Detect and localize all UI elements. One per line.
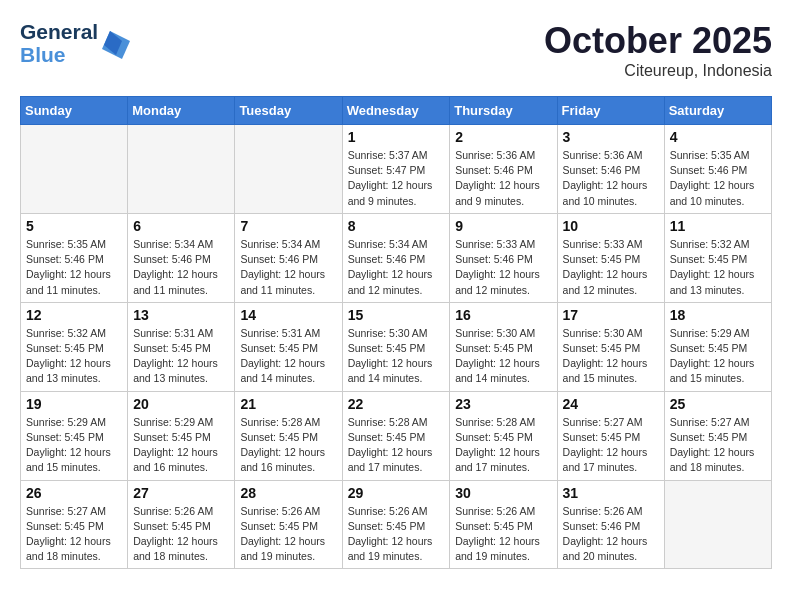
day-info: Sunrise: 5:34 AM Sunset: 5:46 PM Dayligh… — [133, 237, 229, 298]
day-info: Sunrise: 5:37 AM Sunset: 5:47 PM Dayligh… — [348, 148, 445, 209]
calendar-cell: 23Sunrise: 5:28 AM Sunset: 5:45 PM Dayli… — [450, 391, 557, 480]
day-number: 9 — [455, 218, 551, 234]
day-number: 22 — [348, 396, 445, 412]
day-number: 11 — [670, 218, 766, 234]
calendar-cell: 27Sunrise: 5:26 AM Sunset: 5:45 PM Dayli… — [128, 480, 235, 569]
day-info: Sunrise: 5:35 AM Sunset: 5:46 PM Dayligh… — [26, 237, 122, 298]
calendar-week-4: 19Sunrise: 5:29 AM Sunset: 5:45 PM Dayli… — [21, 391, 772, 480]
day-number: 15 — [348, 307, 445, 323]
day-number: 16 — [455, 307, 551, 323]
calendar-week-3: 12Sunrise: 5:32 AM Sunset: 5:45 PM Dayli… — [21, 302, 772, 391]
day-number: 7 — [240, 218, 336, 234]
calendar-cell: 7Sunrise: 5:34 AM Sunset: 5:46 PM Daylig… — [235, 213, 342, 302]
day-info: Sunrise: 5:28 AM Sunset: 5:45 PM Dayligh… — [240, 415, 336, 476]
calendar-cell: 31Sunrise: 5:26 AM Sunset: 5:46 PM Dayli… — [557, 480, 664, 569]
day-info: Sunrise: 5:27 AM Sunset: 5:45 PM Dayligh… — [563, 415, 659, 476]
logo-text-line2: Blue — [20, 43, 98, 66]
day-number: 1 — [348, 129, 445, 145]
calendar-body: 1Sunrise: 5:37 AM Sunset: 5:47 PM Daylig… — [21, 125, 772, 569]
day-info: Sunrise: 5:29 AM Sunset: 5:45 PM Dayligh… — [133, 415, 229, 476]
calendar-cell: 20Sunrise: 5:29 AM Sunset: 5:45 PM Dayli… — [128, 391, 235, 480]
day-number: 26 — [26, 485, 122, 501]
day-info: Sunrise: 5:26 AM Sunset: 5:45 PM Dayligh… — [240, 504, 336, 565]
weekday-header-friday: Friday — [557, 97, 664, 125]
calendar-cell: 5Sunrise: 5:35 AM Sunset: 5:46 PM Daylig… — [21, 213, 128, 302]
month-title: October 2025 — [544, 20, 772, 62]
calendar-cell — [21, 125, 128, 214]
day-info: Sunrise: 5:33 AM Sunset: 5:45 PM Dayligh… — [563, 237, 659, 298]
day-info: Sunrise: 5:27 AM Sunset: 5:45 PM Dayligh… — [26, 504, 122, 565]
calendar-cell — [128, 125, 235, 214]
day-info: Sunrise: 5:29 AM Sunset: 5:45 PM Dayligh… — [26, 415, 122, 476]
day-info: Sunrise: 5:32 AM Sunset: 5:45 PM Dayligh… — [26, 326, 122, 387]
calendar-table: SundayMondayTuesdayWednesdayThursdayFrid… — [20, 96, 772, 569]
calendar-week-1: 1Sunrise: 5:37 AM Sunset: 5:47 PM Daylig… — [21, 125, 772, 214]
calendar-cell: 14Sunrise: 5:31 AM Sunset: 5:45 PM Dayli… — [235, 302, 342, 391]
logo-text-line1: General — [20, 20, 98, 43]
weekday-header-row: SundayMondayTuesdayWednesdayThursdayFrid… — [21, 97, 772, 125]
day-info: Sunrise: 5:26 AM Sunset: 5:45 PM Dayligh… — [133, 504, 229, 565]
day-number: 12 — [26, 307, 122, 323]
calendar-week-2: 5Sunrise: 5:35 AM Sunset: 5:46 PM Daylig… — [21, 213, 772, 302]
day-number: 3 — [563, 129, 659, 145]
weekday-header-tuesday: Tuesday — [235, 97, 342, 125]
day-number: 4 — [670, 129, 766, 145]
day-number: 2 — [455, 129, 551, 145]
title-block: October 2025 Citeureup, Indonesia — [544, 20, 772, 80]
calendar-cell: 6Sunrise: 5:34 AM Sunset: 5:46 PM Daylig… — [128, 213, 235, 302]
calendar-cell: 16Sunrise: 5:30 AM Sunset: 5:45 PM Dayli… — [450, 302, 557, 391]
day-info: Sunrise: 5:34 AM Sunset: 5:46 PM Dayligh… — [240, 237, 336, 298]
day-info: Sunrise: 5:36 AM Sunset: 5:46 PM Dayligh… — [563, 148, 659, 209]
day-info: Sunrise: 5:28 AM Sunset: 5:45 PM Dayligh… — [455, 415, 551, 476]
calendar-cell: 25Sunrise: 5:27 AM Sunset: 5:45 PM Dayli… — [664, 391, 771, 480]
calendar-cell: 1Sunrise: 5:37 AM Sunset: 5:47 PM Daylig… — [342, 125, 450, 214]
calendar-cell: 10Sunrise: 5:33 AM Sunset: 5:45 PM Dayli… — [557, 213, 664, 302]
day-info: Sunrise: 5:32 AM Sunset: 5:45 PM Dayligh… — [670, 237, 766, 298]
calendar-cell: 12Sunrise: 5:32 AM Sunset: 5:45 PM Dayli… — [21, 302, 128, 391]
calendar-cell — [235, 125, 342, 214]
logo-icon — [102, 27, 130, 59]
day-number: 18 — [670, 307, 766, 323]
day-number: 25 — [670, 396, 766, 412]
calendar-cell: 18Sunrise: 5:29 AM Sunset: 5:45 PM Dayli… — [664, 302, 771, 391]
location: Citeureup, Indonesia — [544, 62, 772, 80]
day-number: 6 — [133, 218, 229, 234]
day-number: 28 — [240, 485, 336, 501]
calendar-cell: 29Sunrise: 5:26 AM Sunset: 5:45 PM Dayli… — [342, 480, 450, 569]
calendar-cell: 4Sunrise: 5:35 AM Sunset: 5:46 PM Daylig… — [664, 125, 771, 214]
weekday-header-thursday: Thursday — [450, 97, 557, 125]
calendar-cell: 15Sunrise: 5:30 AM Sunset: 5:45 PM Dayli… — [342, 302, 450, 391]
day-number: 24 — [563, 396, 659, 412]
calendar-cell: 24Sunrise: 5:27 AM Sunset: 5:45 PM Dayli… — [557, 391, 664, 480]
calendar-cell: 21Sunrise: 5:28 AM Sunset: 5:45 PM Dayli… — [235, 391, 342, 480]
calendar-cell: 28Sunrise: 5:26 AM Sunset: 5:45 PM Dayli… — [235, 480, 342, 569]
day-info: Sunrise: 5:27 AM Sunset: 5:45 PM Dayligh… — [670, 415, 766, 476]
day-number: 30 — [455, 485, 551, 501]
calendar-header: SundayMondayTuesdayWednesdayThursdayFrid… — [21, 97, 772, 125]
calendar-cell: 30Sunrise: 5:26 AM Sunset: 5:45 PM Dayli… — [450, 480, 557, 569]
day-info: Sunrise: 5:26 AM Sunset: 5:45 PM Dayligh… — [348, 504, 445, 565]
day-number: 29 — [348, 485, 445, 501]
day-number: 23 — [455, 396, 551, 412]
day-info: Sunrise: 5:35 AM Sunset: 5:46 PM Dayligh… — [670, 148, 766, 209]
day-info: Sunrise: 5:28 AM Sunset: 5:45 PM Dayligh… — [348, 415, 445, 476]
day-number: 21 — [240, 396, 336, 412]
calendar-cell: 9Sunrise: 5:33 AM Sunset: 5:46 PM Daylig… — [450, 213, 557, 302]
day-info: Sunrise: 5:30 AM Sunset: 5:45 PM Dayligh… — [455, 326, 551, 387]
day-number: 8 — [348, 218, 445, 234]
day-info: Sunrise: 5:30 AM Sunset: 5:45 PM Dayligh… — [348, 326, 445, 387]
page-header: General Blue October 2025 Citeureup, Ind… — [20, 20, 772, 80]
day-info: Sunrise: 5:34 AM Sunset: 5:46 PM Dayligh… — [348, 237, 445, 298]
calendar-cell — [664, 480, 771, 569]
day-number: 20 — [133, 396, 229, 412]
day-number: 14 — [240, 307, 336, 323]
day-info: Sunrise: 5:31 AM Sunset: 5:45 PM Dayligh… — [240, 326, 336, 387]
calendar-cell: 3Sunrise: 5:36 AM Sunset: 5:46 PM Daylig… — [557, 125, 664, 214]
day-number: 19 — [26, 396, 122, 412]
day-info: Sunrise: 5:33 AM Sunset: 5:46 PM Dayligh… — [455, 237, 551, 298]
day-number: 17 — [563, 307, 659, 323]
calendar-cell: 11Sunrise: 5:32 AM Sunset: 5:45 PM Dayli… — [664, 213, 771, 302]
calendar-cell: 13Sunrise: 5:31 AM Sunset: 5:45 PM Dayli… — [128, 302, 235, 391]
day-number: 5 — [26, 218, 122, 234]
calendar-cell: 22Sunrise: 5:28 AM Sunset: 5:45 PM Dayli… — [342, 391, 450, 480]
